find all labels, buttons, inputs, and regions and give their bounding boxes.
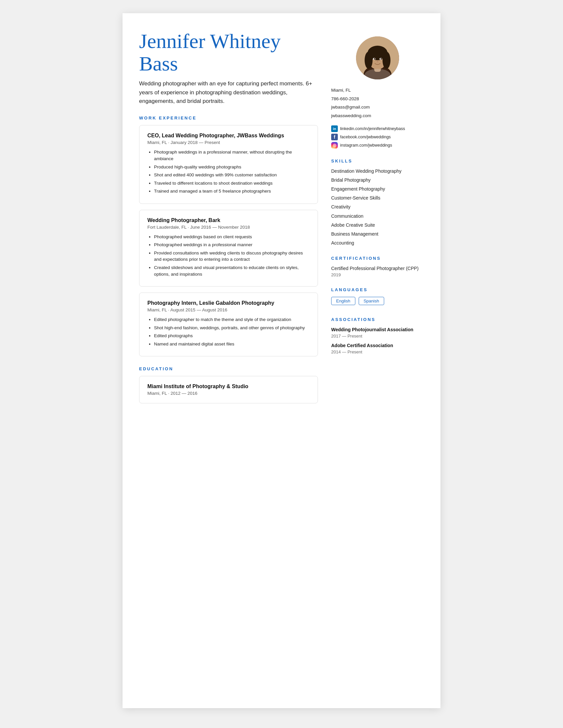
- list-item: Produced high-quality wedding photograph…: [154, 164, 310, 170]
- skills-label: SKILLS: [331, 159, 424, 163]
- instagram-icon: ◎: [331, 142, 338, 149]
- svg-point-11: [377, 61, 379, 62]
- list-item: Edited photographer to match the theme a…: [154, 316, 310, 323]
- languages-tags: English Spanish: [331, 297, 424, 307]
- contact-location: Miami, FL: [331, 86, 424, 95]
- job-bullets-3: Edited photographer to match the theme a…: [147, 316, 310, 347]
- facebook-icon: f: [331, 134, 338, 140]
- work-experience-label: WORK EXPERIENCE: [139, 115, 318, 120]
- language-tag-spanish: Spanish: [359, 297, 384, 305]
- cert-year-1: 2019: [331, 272, 424, 277]
- certifications-label: CERTIFICATIONS: [331, 256, 424, 261]
- social-links: in linkedin.com/in/jenniferwhitneybass f…: [331, 125, 424, 149]
- job-meta-1: Miami, FL · January 2018 — Present: [147, 140, 310, 145]
- languages-label: LANGUAGES: [331, 287, 424, 292]
- skill-item: Bridal Photography: [331, 177, 424, 183]
- svg-point-10: [381, 58, 382, 60]
- instagram-label: instagram.com/jwbweddings: [340, 143, 392, 148]
- linkedin-label: linkedin.com/in/jenniferwhitneybass: [340, 126, 405, 131]
- svg-point-5: [365, 52, 373, 69]
- job-bullets-2: Photographed weddings based on client re…: [147, 234, 310, 277]
- job-title-3: Photography Intern, Leslie Gabaldon Phot…: [147, 300, 310, 306]
- assoc-name-2: Adobe Certified Association: [331, 342, 424, 349]
- svg-point-6: [383, 52, 391, 69]
- work-experience-section: WORK EXPERIENCE CEO, Lead Wedding Photog…: [139, 115, 318, 356]
- social-instagram[interactable]: ◎ instagram.com/jwbweddings: [331, 142, 424, 149]
- list-item: Trained and managed a team of 5 freelanc…: [154, 188, 310, 195]
- skills-section: SKILLS Destination Wedding Photography B…: [331, 159, 424, 246]
- cert-name-1: Certified Professional Photographer (CPP…: [331, 265, 424, 272]
- skill-item: Engagement Photography: [331, 186, 424, 192]
- job-bullets-1: Photograph weddings in a professional ma…: [147, 149, 310, 194]
- contact-block: Miami, FL 786-660-2028 jwbass@gmail.com …: [331, 86, 424, 120]
- language-tag-english: English: [331, 297, 355, 305]
- job-title-1: CEO, Lead Wedding Photographer, JWBass W…: [147, 133, 310, 139]
- right-column: Miami, FL 786-660-2028 jwbass@gmail.com …: [331, 30, 424, 688]
- job-card-3: Photography Intern, Leslie Gabaldon Phot…: [139, 293, 318, 356]
- candidate-tagline: Wedding photographer with an eye for cap…: [139, 79, 318, 106]
- edu-card-1: Miami Institute of Photography & Studio …: [139, 376, 318, 403]
- list-item: Photographed weddings in a professional …: [154, 242, 310, 248]
- list-item: Edited photographs: [154, 333, 310, 339]
- linkedin-icon: in: [331, 125, 338, 132]
- list-item: Traveled to different locations to shoot…: [154, 180, 310, 187]
- list-item: Created slideshows and visual presentati…: [154, 264, 310, 277]
- list-item: Photograph weddings in a professional ma…: [154, 149, 310, 162]
- social-facebook[interactable]: f facebook.com/jwbweddings: [331, 134, 424, 140]
- languages-section: LANGUAGES English Spanish: [331, 287, 424, 307]
- edu-title-1: Miami Institute of Photography & Studio: [147, 384, 310, 389]
- certifications-section: CERTIFICATIONS Certified Professional Ph…: [331, 256, 424, 277]
- left-column: Jennifer Whitney Bass Wedding photograph…: [139, 30, 318, 688]
- svg-point-9: [374, 58, 375, 60]
- edu-meta-1: Miami, FL · 2012 — 2016: [147, 391, 310, 396]
- photo-container: [331, 36, 424, 79]
- skill-item: Destination Wedding Photography: [331, 168, 424, 174]
- job-card-2: Wedding Photographer, Bark Fort Lauderda…: [139, 210, 318, 287]
- list-item: Shot and edited 400 weddings with 99% cu…: [154, 172, 310, 178]
- resume-page: Jennifer Whitney Bass Wedding photograph…: [122, 13, 441, 708]
- social-linkedin[interactable]: in linkedin.com/in/jenniferwhitneybass: [331, 125, 424, 132]
- candidate-name: Jennifer Whitney Bass: [139, 30, 318, 75]
- list-item: Provided consultations with wedding clie…: [154, 250, 310, 263]
- skill-item: Creativity: [331, 204, 424, 210]
- skill-item: Communication: [331, 213, 424, 219]
- job-title-2: Wedding Photographer, Bark: [147, 217, 310, 223]
- job-meta-2: Fort Lauderdale, FL · June 2016 — Novemb…: [147, 225, 310, 230]
- avatar: [356, 36, 399, 79]
- education-section: EDUCATION Miami Institute of Photography…: [139, 366, 318, 403]
- assoc-year-2: 2014 — Present: [331, 349, 424, 354]
- associations-label: ASSOCIATIONS: [331, 317, 424, 322]
- skill-item: Business Management: [331, 231, 424, 237]
- skill-item: Customer-Service Skills: [331, 195, 424, 201]
- contact-website: jwbasswedding.com: [331, 112, 424, 120]
- name-section: Jennifer Whitney Bass Wedding photograph…: [139, 30, 318, 106]
- job-card-1: CEO, Lead Wedding Photographer, JWBass W…: [139, 125, 318, 204]
- associations-section: ASSOCIATIONS Wedding Photojournalist Ass…: [331, 317, 424, 354]
- list-item: Named and maintained digital asset files: [154, 341, 310, 347]
- education-label: EDUCATION: [139, 366, 318, 371]
- assoc-year-1: 2017 — Present: [331, 334, 424, 339]
- skill-item: Accounting: [331, 240, 424, 246]
- job-meta-3: Miami, FL · August 2015 — August 2016: [147, 307, 310, 312]
- contact-email: jwbass@gmail.com: [331, 103, 424, 112]
- list-item: Shot high-end fashion, weddings, portrai…: [154, 325, 310, 331]
- skill-item: Adobe Creative Suite: [331, 222, 424, 228]
- list-item: Photographed weddings based on client re…: [154, 234, 310, 240]
- assoc-name-1: Wedding Photojournalist Association: [331, 327, 424, 333]
- avatar-svg: [356, 36, 399, 79]
- facebook-label: facebook.com/jwbweddings: [340, 135, 391, 139]
- contact-phone: 786-660-2028: [331, 95, 424, 103]
